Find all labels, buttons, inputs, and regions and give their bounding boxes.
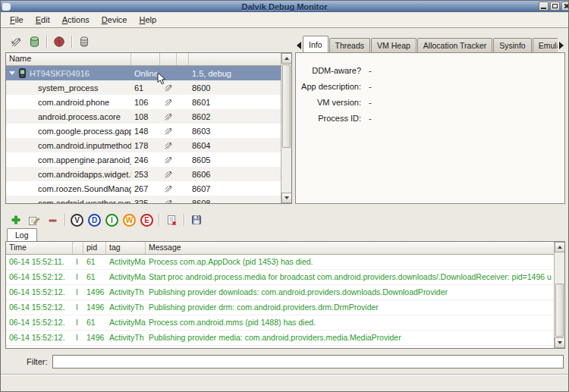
expander-icon[interactable] [9, 71, 15, 75]
export-log-button[interactable] [187, 212, 206, 228]
field-label-app-description: App description: [296, 82, 361, 91]
scroll-down-button[interactable] [555, 337, 565, 348]
menu-edit[interactable]: Edit [30, 14, 56, 26]
log-scrollbar[interactable] [554, 242, 564, 348]
log-row[interactable]: 06-14 15:52:11. I 61 ActivityMa Process … [6, 255, 564, 270]
tab-log[interactable]: Log [7, 228, 37, 242]
log-level-V-button[interactable]: V [71, 214, 83, 227]
device-name: HT94SKF04916 [30, 69, 90, 78]
filter-input[interactable] [52, 355, 564, 368]
tree-column-name[interactable]: Name [6, 53, 131, 65]
mouse-cursor [157, 72, 166, 86]
minimize-button[interactable] [539, 2, 549, 11]
menu-device[interactable]: Device [96, 14, 134, 26]
log-column-time[interactable]: Time [6, 242, 73, 254]
log-column-tag[interactable]: tag [106, 242, 146, 254]
process-pid: 246 [131, 152, 160, 167]
maximize-button[interactable] [550, 2, 560, 11]
log-level-E-button[interactable]: E [140, 214, 153, 227]
process-row[interactable]: com.android.inputmethod 178 8604 [6, 138, 291, 152]
thread-activity-icon [164, 155, 173, 165]
tab-sysinfo[interactable]: Sysinfo [493, 38, 531, 52]
field-value-vm-version: - [369, 98, 372, 107]
info-panel: Info Threads VM Heap Allocation Tracker … [295, 36, 565, 204]
process-row[interactable]: com.google.process.gapps 148 8603 [6, 124, 291, 138]
halt-process-button[interactable] [50, 33, 68, 50]
edit-filter-button[interactable] [25, 212, 43, 228]
tree-column-icon[interactable] [160, 53, 177, 65]
process-name: com.roozen.SoundManage [6, 181, 131, 196]
status-bar [1, 374, 568, 392]
device-row[interactable]: HT94SKF04916 Online 1.5, debug [6, 66, 291, 80]
device-toolbar [7, 33, 93, 51]
log-level-W-button[interactable]: W [123, 214, 136, 227]
log-time: 06-14 15:52:11. [6, 255, 73, 270]
log-pid: 1496 [83, 331, 106, 346]
log-column-pid[interactable]: pid [83, 242, 106, 254]
process-pid: 61 [131, 80, 160, 95]
process-pid: 325 [131, 196, 160, 204]
scrollbar-thumb[interactable] [555, 284, 564, 337]
log-panel: Time pid tag Message 06-14 15:52:11. I 6… [5, 241, 565, 349]
ddms-window: Dalvik Debug Monitor File Edit Actions D… [0, 0, 569, 392]
scroll-up-button[interactable] [281, 53, 292, 64]
log-column-level[interactable] [73, 242, 83, 254]
cause-gc-button[interactable] [75, 33, 93, 50]
delete-filter-button[interactable] [43, 212, 61, 228]
log-row[interactable]: 06-14 15:52:12. I 1496 ActivityTh Publis… [6, 285, 564, 300]
log-pid: 1496 [83, 285, 106, 300]
process-row[interactable]: com.roozen.SoundManage 267 8607 [6, 181, 291, 196]
toolbar-separator [64, 214, 65, 226]
tab-threads[interactable]: Threads [329, 38, 371, 52]
process-row[interactable]: com.appengine.paranoid_ 246 8605 [6, 152, 291, 167]
update-threads-button[interactable] [7, 33, 25, 50]
tree-column-spare[interactable] [177, 53, 189, 65]
thread-activity-icon [164, 170, 173, 179]
tree-column-port[interactable] [189, 53, 291, 65]
log-row[interactable]: 06-14 15:52:12. I 1496 ActivityTh Publis… [6, 331, 564, 346]
log-row[interactable]: 06-14 15:52:12. I 61 ActivityMa Start pr… [6, 270, 564, 285]
scroll-down-button[interactable] [281, 193, 292, 203]
process-name: com.android.weather.sync [6, 196, 131, 204]
process-port: 8606 [189, 167, 291, 181]
process-row[interactable]: com.androidapps.widget.b 253 8606 [6, 167, 291, 181]
scroll-up-button[interactable] [555, 242, 565, 252]
menu-file[interactable]: File [4, 14, 30, 26]
tab-allocation-tracker[interactable]: Allocation Tracker [417, 38, 492, 52]
log-row[interactable]: 06-14 15:52:12. I 61 ActivityMa Process … [6, 315, 564, 331]
log-time: 06-14 15:52:12. [6, 331, 73, 346]
device-process-tree: Name HT94SKF04916 Online 1.5, debug syst… [5, 52, 292, 204]
menu-help[interactable]: Help [133, 14, 162, 26]
title-bar[interactable]: Dalvik Debug Monitor [1, 1, 568, 12]
process-port: 8602 [189, 109, 291, 124]
tab-info[interactable]: Info [303, 36, 329, 52]
log-level-D-button[interactable]: D [88, 214, 101, 227]
process-row[interactable]: com.android.phone 106 8601 [6, 95, 291, 109]
chevron-right-icon [559, 42, 564, 49]
process-row[interactable]: com.android.weather.sync 325 8608 [6, 196, 291, 204]
process-row[interactable]: system_process 61 8600 [6, 80, 291, 95]
process-name: com.android.inputmethod [6, 138, 131, 152]
field-value-ddm-aware: - [369, 66, 372, 75]
tab-scroll-right-button[interactable] [558, 39, 565, 52]
close-button[interactable] [561, 2, 568, 11]
tab-vm-heap[interactable]: VM Heap [371, 38, 417, 52]
tree-scrollbar[interactable] [281, 53, 291, 203]
tab-scroll-left-button[interactable] [295, 39, 303, 52]
log-level-I-button[interactable]: I [105, 214, 118, 227]
log-tag: ActivityTh [106, 285, 146, 300]
scrollbar-thumb[interactable] [282, 64, 291, 148]
process-row[interactable]: android.process.acore 108 8602 [6, 109, 291, 124]
tree-column-status[interactable] [131, 53, 160, 65]
log-tag: ActivityTh [106, 331, 146, 346]
thread-activity-icon [164, 127, 173, 136]
info-tab-content: DDM-aware? - App description: - VM versi… [295, 52, 565, 204]
add-filter-button[interactable] [7, 212, 25, 228]
tab-emulator-control[interactable]: Emulator Control [533, 38, 558, 52]
log-column-message[interactable]: Message [146, 242, 564, 254]
thread-activity-icon [164, 184, 173, 193]
clear-log-button[interactable] [162, 212, 181, 228]
menu-actions[interactable]: Actions [56, 14, 96, 26]
log-row[interactable]: 06-14 15:52:12. I 1496 ActivityTh Publis… [6, 300, 564, 315]
update-heap-button[interactable] [25, 33, 43, 50]
